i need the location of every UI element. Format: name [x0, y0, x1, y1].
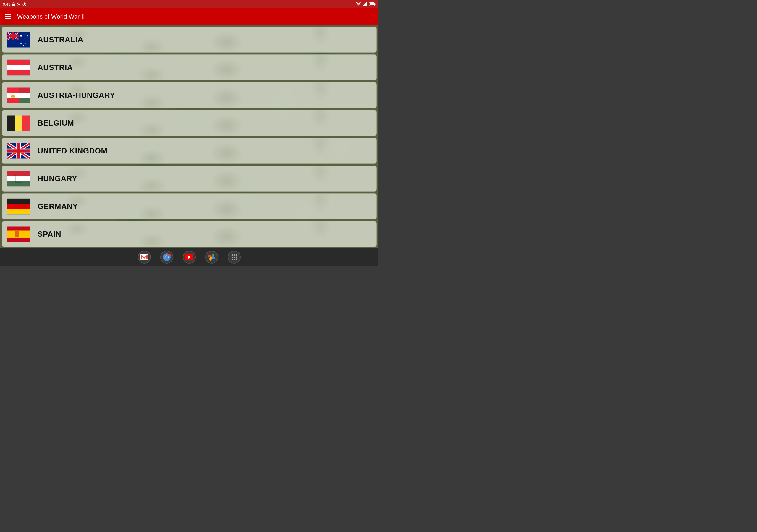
status-icons [356, 2, 376, 6]
uk-flag [7, 143, 30, 159]
austria-flag [7, 59, 30, 76]
country-list: ★ ★ ★ ★ ★ ★ ★ AUSTRALIA AUSTRIA [0, 25, 378, 248]
svg-point-71 [231, 259, 233, 260]
list-item[interactable]: SPAIN [2, 221, 377, 247]
google-photos-icon[interactable] [205, 251, 218, 264]
svg-point-69 [234, 256, 235, 258]
svg-point-66 [234, 254, 235, 256]
hungary-flag [7, 170, 30, 187]
australia-flag: ★ ★ ★ ★ ★ ★ ★ [7, 32, 30, 48]
svg-text:★: ★ [24, 37, 26, 39]
list-item[interactable]: AUSTRIA [2, 54, 377, 80]
country-name-hungary: HUNGARY [38, 174, 77, 183]
wifi-status-icon [356, 2, 361, 6]
germany-flag [7, 198, 30, 215]
country-name-australia: AUSTRALIA [38, 35, 83, 44]
svg-rect-32 [19, 98, 30, 103]
svg-rect-50 [7, 199, 30, 204]
belgium-flag [7, 115, 30, 131]
austria-hungary-flag: 👑 [7, 87, 30, 103]
svg-point-72 [234, 259, 235, 260]
list-item[interactable]: GERMANY [2, 193, 377, 219]
country-name-uk: UNITED KINGDOM [38, 146, 107, 156]
country-name-austria-hungary: AUSTRIA-HUNGARY [38, 91, 115, 100]
list-item[interactable]: BELGIUM [2, 110, 377, 136]
svg-rect-51 [7, 204, 30, 209]
svg-point-1 [18, 4, 19, 5]
country-name-spain: SPAIN [38, 230, 61, 239]
info-icon [22, 2, 26, 6]
svg-rect-48 [7, 181, 30, 186]
svg-point-4 [24, 3, 25, 4]
svg-rect-34 [7, 115, 15, 131]
svg-rect-7 [370, 3, 374, 5]
svg-rect-47 [7, 176, 30, 181]
list-item[interactable]: ★ ★ ★ ★ ★ ★ ★ AUSTRALIA [2, 27, 377, 53]
settings-icon [17, 2, 21, 6]
bottom-navigation [0, 248, 378, 266]
app-bar: Weapons of World War II [0, 8, 378, 25]
svg-rect-6 [375, 4, 376, 5]
signal-icon [363, 2, 367, 6]
country-name-germany: GERMANY [38, 202, 78, 211]
apps-grid-icon[interactable] [228, 251, 241, 264]
svg-rect-35 [15, 115, 22, 131]
svg-rect-55 [15, 231, 19, 237]
svg-text:★: ★ [20, 43, 22, 44]
svg-point-67 [236, 254, 237, 256]
country-name-belgium: BELGIUM [38, 119, 74, 128]
svg-rect-17 [7, 35, 19, 36]
svg-rect-45 [7, 149, 30, 152]
svg-rect-30 [19, 87, 30, 93]
lock-icon [12, 2, 15, 6]
spain-flag [7, 226, 30, 242]
svg-rect-52 [7, 209, 30, 214]
battery-icon [369, 2, 376, 6]
gmail-icon[interactable] [138, 251, 151, 264]
svg-text:★: ★ [26, 35, 28, 37]
svg-text:★: ★ [24, 33, 26, 35]
svg-rect-26 [7, 65, 30, 70]
chrome-icon[interactable] [160, 251, 173, 264]
svg-rect-31 [19, 93, 30, 98]
svg-point-70 [236, 256, 237, 258]
status-time: 9:43 [3, 2, 10, 7]
app-title: Weapons of World War II [17, 13, 85, 20]
svg-point-68 [231, 256, 233, 258]
hamburger-menu[interactable] [5, 14, 11, 19]
svg-point-73 [236, 259, 237, 260]
svg-text:★: ★ [20, 34, 22, 37]
svg-text:👑: 👑 [11, 93, 16, 99]
svg-point-62 [165, 256, 168, 259]
svg-rect-0 [13, 4, 15, 6]
youtube-icon[interactable] [183, 251, 196, 264]
country-name-austria: AUSTRIA [38, 63, 73, 72]
svg-point-65 [231, 254, 233, 256]
list-item[interactable]: 👑 AUSTRIA-HUNGARY [2, 82, 377, 108]
status-bar: 9:43 [0, 0, 378, 8]
svg-rect-36 [22, 115, 30, 131]
list-item[interactable]: UNITED KINGDOM [2, 138, 377, 164]
list-item[interactable]: HUNGARY [2, 165, 377, 192]
